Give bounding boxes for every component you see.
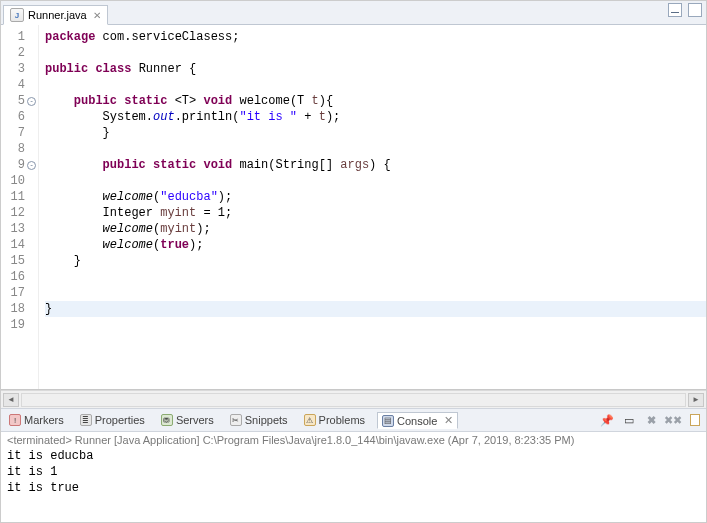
code-line[interactable]: }	[45, 301, 706, 317]
line-number: 17	[7, 285, 25, 301]
view-label: Servers	[176, 414, 214, 426]
line-number: 6	[7, 109, 25, 125]
line-number: 16	[7, 269, 25, 285]
console-output[interactable]: it is educba it is 1 it is true	[1, 448, 706, 496]
line-number: 5	[7, 93, 25, 109]
console-view: <terminated> Runner [Java Application] C…	[1, 432, 706, 522]
view-label: Properties	[95, 414, 145, 426]
maximize-icon[interactable]	[688, 3, 702, 17]
line-number: 8	[7, 141, 25, 157]
display-selected-icon[interactable]: ▭	[622, 413, 636, 427]
close-icon[interactable]: ✕	[93, 10, 101, 21]
scroll-track[interactable]	[21, 393, 686, 407]
line-number: 18	[7, 301, 25, 317]
line-number-gutter: 12345-6789-10111213141516171819	[1, 25, 39, 389]
view-markers[interactable]: ! Markers	[5, 413, 68, 427]
line-number: 3	[7, 61, 25, 77]
console-icon: ▤	[382, 415, 394, 427]
view-servers[interactable]: ⛃ Servers	[157, 413, 218, 427]
java-file-icon: J	[10, 8, 24, 22]
code-line[interactable]: public class Runner {	[45, 61, 706, 77]
line-number: 14	[7, 237, 25, 253]
code-line[interactable]	[45, 269, 706, 285]
code-editor[interactable]: 12345-6789-10111213141516171819 package …	[1, 25, 706, 390]
views-tabbar: ! Markers ≣ Properties ⛃ Servers ✂ Snipp…	[1, 408, 706, 432]
line-number: 13	[7, 221, 25, 237]
line-number: 10	[7, 173, 25, 189]
code-line[interactable]	[45, 285, 706, 301]
line-number: 1	[7, 29, 25, 45]
servers-icon: ⛃	[161, 414, 173, 426]
line-number: 11	[7, 189, 25, 205]
code-line[interactable]	[45, 141, 706, 157]
line-number: 9	[7, 157, 25, 173]
line-number: 4	[7, 77, 25, 93]
line-number: 2	[7, 45, 25, 61]
view-console[interactable]: ▤ Console ✕	[377, 412, 458, 429]
code-line[interactable]: }	[45, 125, 706, 141]
line-number: 12	[7, 205, 25, 221]
view-label: Console	[397, 415, 437, 427]
code-line[interactable]: public static void main(String[] args) {	[45, 157, 706, 173]
code-line[interactable]: welcome("educba");	[45, 189, 706, 205]
minimize-icon[interactable]	[668, 3, 682, 17]
remove-all-icon[interactable]: ✖✖	[666, 413, 680, 427]
fold-toggle-icon[interactable]: -	[27, 97, 36, 106]
editor-tab-runner[interactable]: J Runner.java ✕	[3, 5, 108, 25]
editor-tabbar: J Runner.java ✕	[1, 1, 706, 25]
horizontal-scrollbar[interactable]: ◄ ►	[1, 390, 706, 408]
code-line[interactable]: public static <T> void welcome(T t){	[45, 93, 706, 109]
view-snippets[interactable]: ✂ Snippets	[226, 413, 292, 427]
scroll-left-icon[interactable]: ◄	[3, 393, 19, 407]
line-number: 19	[7, 317, 25, 333]
code-line[interactable]: welcome(myint);	[45, 221, 706, 237]
open-console-icon[interactable]	[688, 413, 702, 427]
code-line[interactable]: Integer myint = 1;	[45, 205, 706, 221]
view-problems[interactable]: ⚠ Problems	[300, 413, 369, 427]
snippets-icon: ✂	[230, 414, 242, 426]
markers-icon: !	[9, 414, 21, 426]
problems-icon: ⚠	[304, 414, 316, 426]
line-number: 15	[7, 253, 25, 269]
pin-console-icon[interactable]: 📌	[600, 413, 614, 427]
close-icon[interactable]: ✕	[444, 414, 453, 427]
code-line[interactable]	[45, 45, 706, 61]
code-line[interactable]: package com.serviceClasess;	[45, 29, 706, 45]
properties-icon: ≣	[80, 414, 92, 426]
view-properties[interactable]: ≣ Properties	[76, 413, 149, 427]
code-line[interactable]: System.out.println("it is " + t);	[45, 109, 706, 125]
code-line[interactable]	[45, 317, 706, 333]
editor-tab-label: Runner.java	[28, 9, 87, 21]
scroll-right-icon[interactable]: ►	[688, 393, 704, 407]
remove-launch-icon[interactable]: ✖	[644, 413, 658, 427]
code-line[interactable]	[45, 77, 706, 93]
view-label: Snippets	[245, 414, 288, 426]
console-launch-desc: <terminated> Runner [Java Application] C…	[1, 432, 706, 448]
code-line[interactable]: welcome(true);	[45, 237, 706, 253]
line-number: 7	[7, 125, 25, 141]
view-label: Problems	[319, 414, 365, 426]
editor-window-controls	[668, 3, 702, 17]
code-area[interactable]: package com.serviceClasess; public class…	[39, 25, 706, 389]
code-line[interactable]	[45, 173, 706, 189]
view-label: Markers	[24, 414, 64, 426]
fold-toggle-icon[interactable]: -	[27, 161, 36, 170]
code-line[interactable]: }	[45, 253, 706, 269]
